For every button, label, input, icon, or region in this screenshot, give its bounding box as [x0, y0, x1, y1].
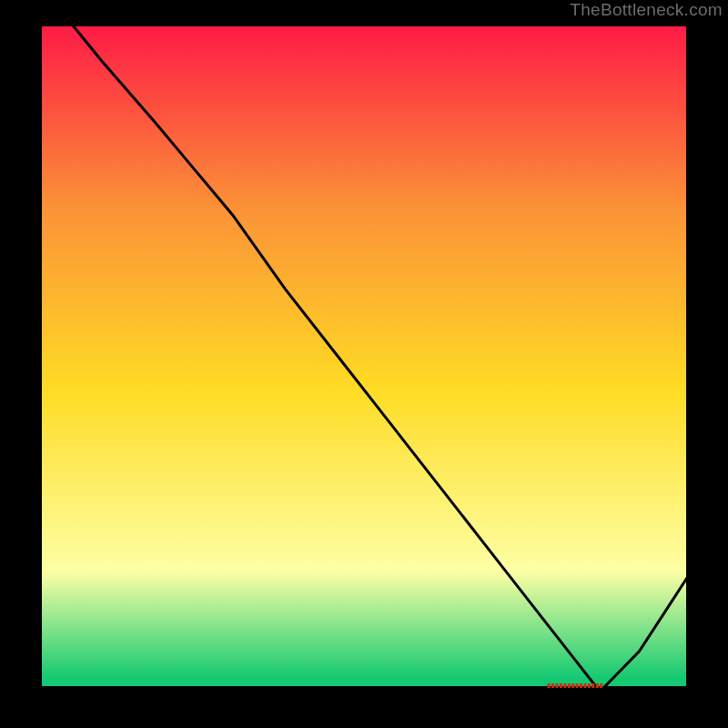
svg-rect-2	[556, 683, 559, 688]
svg-rect-0	[548, 683, 551, 688]
chart-container: TheBottleneck.com	[0, 0, 728, 728]
svg-rect-8	[580, 683, 582, 688]
svg-rect-12	[596, 683, 599, 688]
svg-rect-6	[571, 683, 574, 688]
svg-rect-4	[563, 683, 566, 688]
svg-rect-7	[576, 683, 579, 688]
svg-rect-11	[592, 683, 594, 688]
svg-rect-9	[584, 683, 587, 688]
svg-rect-3	[560, 683, 562, 688]
svg-rect-13	[600, 683, 602, 688]
svg-rect-1	[551, 683, 554, 688]
svg-rect-10	[588, 683, 591, 688]
plot-gradient-bg	[36, 21, 692, 692]
plot-svg	[0, 0, 728, 728]
svg-rect-5	[568, 683, 571, 688]
